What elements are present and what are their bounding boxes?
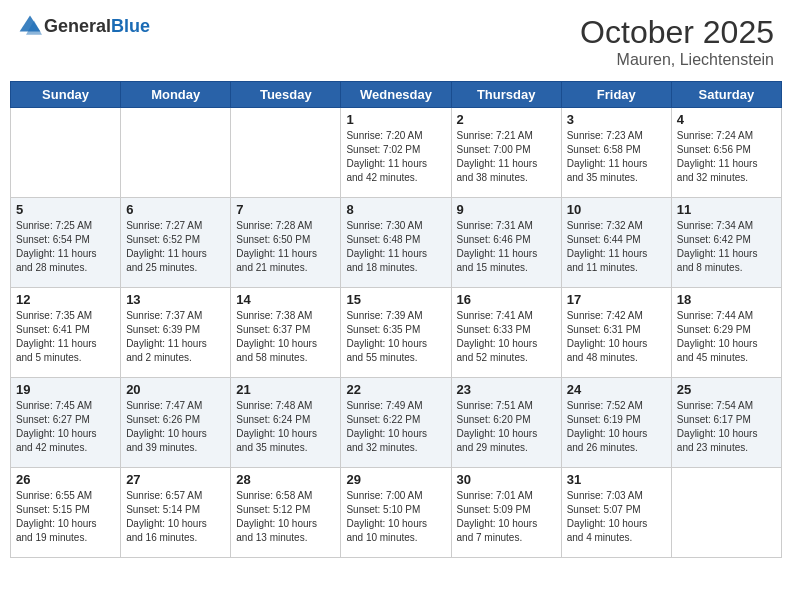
cell-info: Sunrise: 7:01 AMSunset: 5:09 PMDaylight:…: [457, 489, 556, 545]
calendar-cell: 30Sunrise: 7:01 AMSunset: 5:09 PMDayligh…: [451, 468, 561, 558]
day-header-wednesday: Wednesday: [341, 82, 451, 108]
cell-info: Sunrise: 7:25 AMSunset: 6:54 PMDaylight:…: [16, 219, 115, 275]
day-number: 26: [16, 472, 115, 487]
day-number: 9: [457, 202, 556, 217]
day-header-sunday: Sunday: [11, 82, 121, 108]
day-number: 22: [346, 382, 445, 397]
calendar-cell: 15Sunrise: 7:39 AMSunset: 6:35 PMDayligh…: [341, 288, 451, 378]
day-number: 19: [16, 382, 115, 397]
day-number: 27: [126, 472, 225, 487]
location-title: Mauren, Liechtenstein: [580, 51, 774, 69]
calendar-cell: 5Sunrise: 7:25 AMSunset: 6:54 PMDaylight…: [11, 198, 121, 288]
day-number: 20: [126, 382, 225, 397]
day-number: 11: [677, 202, 776, 217]
calendar-cell: 2Sunrise: 7:21 AMSunset: 7:00 PMDaylight…: [451, 108, 561, 198]
calendar-cell: 25Sunrise: 7:54 AMSunset: 6:17 PMDayligh…: [671, 378, 781, 468]
calendar-cell: [11, 108, 121, 198]
calendar-cell: 12Sunrise: 7:35 AMSunset: 6:41 PMDayligh…: [11, 288, 121, 378]
day-header-monday: Monday: [121, 82, 231, 108]
day-number: 14: [236, 292, 335, 307]
day-number: 5: [16, 202, 115, 217]
day-number: 21: [236, 382, 335, 397]
cell-info: Sunrise: 7:49 AMSunset: 6:22 PMDaylight:…: [346, 399, 445, 455]
day-number: 15: [346, 292, 445, 307]
day-number: 30: [457, 472, 556, 487]
calendar-cell: 7Sunrise: 7:28 AMSunset: 6:50 PMDaylight…: [231, 198, 341, 288]
day-header-thursday: Thursday: [451, 82, 561, 108]
cell-info: Sunrise: 7:47 AMSunset: 6:26 PMDaylight:…: [126, 399, 225, 455]
cell-info: Sunrise: 7:35 AMSunset: 6:41 PMDaylight:…: [16, 309, 115, 365]
cell-info: Sunrise: 7:37 AMSunset: 6:39 PMDaylight:…: [126, 309, 225, 365]
calendar-cell: 18Sunrise: 7:44 AMSunset: 6:29 PMDayligh…: [671, 288, 781, 378]
cell-info: Sunrise: 7:45 AMSunset: 6:27 PMDaylight:…: [16, 399, 115, 455]
cell-info: Sunrise: 7:48 AMSunset: 6:24 PMDaylight:…: [236, 399, 335, 455]
logo-general-text: General: [44, 16, 111, 36]
week-row-5: 26Sunrise: 6:55 AMSunset: 5:15 PMDayligh…: [11, 468, 782, 558]
day-number: 28: [236, 472, 335, 487]
day-number: 1: [346, 112, 445, 127]
cell-info: Sunrise: 7:42 AMSunset: 6:31 PMDaylight:…: [567, 309, 666, 365]
calendar-cell: 8Sunrise: 7:30 AMSunset: 6:48 PMDaylight…: [341, 198, 451, 288]
calendar-cell: 19Sunrise: 7:45 AMSunset: 6:27 PMDayligh…: [11, 378, 121, 468]
cell-info: Sunrise: 7:38 AMSunset: 6:37 PMDaylight:…: [236, 309, 335, 365]
day-number: 25: [677, 382, 776, 397]
calendar-cell: 16Sunrise: 7:41 AMSunset: 6:33 PMDayligh…: [451, 288, 561, 378]
day-number: 23: [457, 382, 556, 397]
calendar-cell: 27Sunrise: 6:57 AMSunset: 5:14 PMDayligh…: [121, 468, 231, 558]
day-number: 10: [567, 202, 666, 217]
week-row-3: 12Sunrise: 7:35 AMSunset: 6:41 PMDayligh…: [11, 288, 782, 378]
calendar-cell: [671, 468, 781, 558]
calendar-cell: 9Sunrise: 7:31 AMSunset: 6:46 PMDaylight…: [451, 198, 561, 288]
calendar-cell: [121, 108, 231, 198]
cell-info: Sunrise: 6:58 AMSunset: 5:12 PMDaylight:…: [236, 489, 335, 545]
day-number: 16: [457, 292, 556, 307]
logo-blue-text: Blue: [111, 16, 150, 36]
calendar-cell: 4Sunrise: 7:24 AMSunset: 6:56 PMDaylight…: [671, 108, 781, 198]
day-number: 8: [346, 202, 445, 217]
calendar-cell: 26Sunrise: 6:55 AMSunset: 5:15 PMDayligh…: [11, 468, 121, 558]
calendar-cell: 10Sunrise: 7:32 AMSunset: 6:44 PMDayligh…: [561, 198, 671, 288]
calendar-cell: 11Sunrise: 7:34 AMSunset: 6:42 PMDayligh…: [671, 198, 781, 288]
cell-info: Sunrise: 7:39 AMSunset: 6:35 PMDaylight:…: [346, 309, 445, 365]
calendar-table: SundayMondayTuesdayWednesdayThursdayFrid…: [10, 81, 782, 558]
day-number: 12: [16, 292, 115, 307]
cell-info: Sunrise: 7:00 AMSunset: 5:10 PMDaylight:…: [346, 489, 445, 545]
cell-info: Sunrise: 7:41 AMSunset: 6:33 PMDaylight:…: [457, 309, 556, 365]
calendar-cell: 1Sunrise: 7:20 AMSunset: 7:02 PMDaylight…: [341, 108, 451, 198]
day-number: 13: [126, 292, 225, 307]
calendar-cell: 22Sunrise: 7:49 AMSunset: 6:22 PMDayligh…: [341, 378, 451, 468]
calendar-cell: 17Sunrise: 7:42 AMSunset: 6:31 PMDayligh…: [561, 288, 671, 378]
cell-info: Sunrise: 7:27 AMSunset: 6:52 PMDaylight:…: [126, 219, 225, 275]
day-number: 6: [126, 202, 225, 217]
week-row-2: 5Sunrise: 7:25 AMSunset: 6:54 PMDaylight…: [11, 198, 782, 288]
day-number: 3: [567, 112, 666, 127]
calendar-cell: 23Sunrise: 7:51 AMSunset: 6:20 PMDayligh…: [451, 378, 561, 468]
cell-info: Sunrise: 7:52 AMSunset: 6:19 PMDaylight:…: [567, 399, 666, 455]
calendar-cell: 21Sunrise: 7:48 AMSunset: 6:24 PMDayligh…: [231, 378, 341, 468]
title-block: October 2025 Mauren, Liechtenstein: [580, 14, 774, 69]
cell-info: Sunrise: 7:21 AMSunset: 7:00 PMDaylight:…: [457, 129, 556, 185]
calendar-cell: 3Sunrise: 7:23 AMSunset: 6:58 PMDaylight…: [561, 108, 671, 198]
day-header-friday: Friday: [561, 82, 671, 108]
cell-info: Sunrise: 7:44 AMSunset: 6:29 PMDaylight:…: [677, 309, 776, 365]
week-row-4: 19Sunrise: 7:45 AMSunset: 6:27 PMDayligh…: [11, 378, 782, 468]
day-number: 24: [567, 382, 666, 397]
cell-info: Sunrise: 7:30 AMSunset: 6:48 PMDaylight:…: [346, 219, 445, 275]
calendar-cell: [231, 108, 341, 198]
month-title: October 2025: [580, 14, 774, 51]
cell-info: Sunrise: 7:34 AMSunset: 6:42 PMDaylight:…: [677, 219, 776, 275]
page-header: GeneralBlue October 2025 Mauren, Liechte…: [10, 10, 782, 73]
day-number: 17: [567, 292, 666, 307]
cell-info: Sunrise: 7:20 AMSunset: 7:02 PMDaylight:…: [346, 129, 445, 185]
cell-info: Sunrise: 7:51 AMSunset: 6:20 PMDaylight:…: [457, 399, 556, 455]
calendar-cell: 13Sunrise: 7:37 AMSunset: 6:39 PMDayligh…: [121, 288, 231, 378]
day-header-tuesday: Tuesday: [231, 82, 341, 108]
cell-info: Sunrise: 7:54 AMSunset: 6:17 PMDaylight:…: [677, 399, 776, 455]
cell-info: Sunrise: 6:55 AMSunset: 5:15 PMDaylight:…: [16, 489, 115, 545]
calendar-body: 1Sunrise: 7:20 AMSunset: 7:02 PMDaylight…: [11, 108, 782, 558]
day-number: 4: [677, 112, 776, 127]
day-number: 18: [677, 292, 776, 307]
cell-info: Sunrise: 7:23 AMSunset: 6:58 PMDaylight:…: [567, 129, 666, 185]
week-row-1: 1Sunrise: 7:20 AMSunset: 7:02 PMDaylight…: [11, 108, 782, 198]
day-header-saturday: Saturday: [671, 82, 781, 108]
